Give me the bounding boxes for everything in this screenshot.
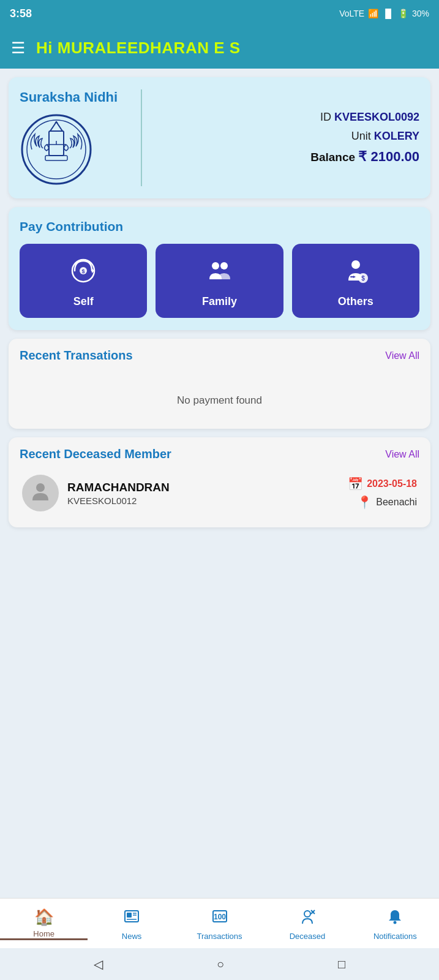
pay-self-button[interactable]: $ Self — [20, 244, 147, 318]
battery-icon: 🔋 — [398, 9, 408, 18]
status-bar: 3:58 VoLTE 📶 ▐▌ 🔋 30% — [0, 0, 439, 27]
signal-icon: ▐▌ — [382, 9, 394, 18]
svg-point-12 — [220, 262, 228, 270]
suraksha-logo — [20, 113, 93, 186]
main-content: Suraksha Nidhi — [0, 69, 439, 898]
deceased-avatar — [22, 475, 59, 511]
svg-point-25 — [304, 911, 310, 917]
status-time: 3:58 — [10, 7, 32, 20]
deceased-view-all[interactable]: View All — [385, 449, 419, 460]
nav-home-label: Home — [33, 929, 54, 938]
battery-percent: 30% — [412, 9, 429, 18]
self-label: Self — [73, 295, 94, 308]
menu-icon[interactable]: ☰ — [11, 39, 25, 58]
deceased-date-value: 2023-05-18 — [367, 478, 417, 489]
nav-transactions[interactable]: 100 Transactions — [176, 908, 263, 941]
suraksha-title: Suraksha Nidhi — [20, 89, 118, 105]
news-icon — [123, 908, 140, 929]
deceased-member-id: KVEESKOL0012 — [67, 496, 339, 506]
svg-point-17 — [36, 483, 45, 492]
deceased-location-value: Beenachi — [376, 497, 417, 508]
suraksha-right: ID KVEESKOL0092 Unit KOLERY Balance ₹ 21… — [142, 111, 419, 165]
nav-news[interactable]: News — [88, 908, 175, 941]
pay-others-button[interactable]: $ Others — [292, 244, 419, 318]
svg-text:$: $ — [361, 275, 365, 282]
svg-rect-6 — [45, 156, 67, 160]
suraksha-left: Suraksha Nidhi — [20, 89, 142, 186]
recent-transactions-card: Recent Transations View All No payment f… — [9, 339, 430, 429]
family-icon — [206, 257, 233, 288]
transactions-icon: 100 — [211, 908, 228, 929]
person-icon — [29, 480, 51, 507]
bottom-nav: 🏠 Home News 100 Transactions — [0, 898, 439, 948]
wifi-icon: 📶 — [368, 9, 378, 18]
nav-notifications[interactable]: Notifications — [351, 908, 439, 941]
deceased-member-row: RAMACHANDRAN KVEESKOL0012 📅 2023-05-18 📍… — [20, 469, 419, 518]
deceased-date: 📅 2023-05-18 — [348, 477, 417, 491]
transactions-header: Recent Transations View All — [20, 349, 419, 363]
svg-marker-3 — [50, 122, 62, 131]
others-label: Others — [338, 295, 373, 308]
pay-contribution-card: Pay Contribution $ Self — [9, 207, 430, 330]
nav-news-label: News — [122, 932, 142, 941]
android-nav-bar: ◁ ○ □ — [0, 948, 439, 980]
deceased-location: 📍 Beenachi — [357, 495, 417, 510]
no-transactions-message: No payment found — [20, 370, 419, 419]
svg-point-11 — [212, 262, 219, 270]
pay-contribution-title: Pay Contribution — [20, 219, 419, 234]
others-icon: $ — [342, 257, 369, 288]
pay-family-button[interactable]: Family — [156, 244, 283, 318]
nav-deceased-label: Deceased — [290, 932, 326, 941]
transactions-title: Recent Transations — [20, 349, 133, 363]
svg-text:100: 100 — [214, 913, 226, 921]
deceased-info: RAMACHANDRAN KVEESKOL0012 — [67, 481, 339, 506]
suraksha-card: Suraksha Nidhi — [9, 77, 430, 198]
transactions-view-all[interactable]: View All — [385, 350, 419, 361]
svg-point-13 — [351, 260, 360, 269]
android-home-button[interactable]: ○ — [217, 957, 224, 971]
family-label: Family — [202, 295, 237, 308]
svg-point-1 — [27, 120, 86, 179]
nav-home[interactable]: 🏠 Home — [0, 908, 88, 940]
unit-row: Unit KOLERY — [156, 130, 419, 143]
svg-rect-19 — [127, 913, 132, 918]
member-id-value: KVEESKOL0092 — [334, 111, 419, 123]
deceased-icon — [299, 908, 316, 929]
nav-notifications-label: Notifications — [373, 932, 417, 941]
recent-deceased-card: Recent Deceased Member View All RAMACHAN… — [9, 437, 430, 527]
unit-value: KOLERY — [374, 130, 419, 142]
deceased-name: RAMACHANDRAN — [67, 481, 339, 494]
status-icons: VoLTE 📶 ▐▌ 🔋 30% — [339, 9, 429, 18]
calendar-icon: 📅 — [348, 477, 363, 491]
nav-deceased[interactable]: Deceased — [263, 908, 351, 941]
home-icon: 🏠 — [34, 908, 54, 927]
deceased-title: Recent Deceased Member — [20, 447, 171, 461]
location-icon: 📍 — [357, 495, 372, 510]
android-back-button[interactable]: ◁ — [94, 957, 103, 971]
app-header: ☰ Hi MURALEEDHARAN E S — [0, 27, 439, 69]
notification-icon — [386, 908, 403, 929]
svg-text:$: $ — [82, 268, 85, 274]
nav-transactions-label: Transactions — [197, 932, 242, 941]
android-recents-button[interactable]: □ — [338, 957, 345, 971]
svg-point-0 — [22, 115, 91, 184]
svg-point-28 — [394, 921, 397, 924]
deceased-header: Recent Deceased Member View All — [20, 447, 419, 461]
header-greeting: Hi MURALEEDHARAN E S — [36, 39, 241, 58]
deceased-meta: 📅 2023-05-18 📍 Beenachi — [348, 477, 417, 510]
balance-value: ₹ 2100.00 — [358, 149, 419, 164]
member-id-row: ID KVEESKOL0092 — [156, 111, 419, 124]
network-icon: VoLTE — [339, 9, 364, 18]
balance-row: Balance ₹ 2100.00 — [156, 149, 419, 165]
self-icon: $ — [70, 257, 97, 288]
pay-buttons-container: $ Self — [20, 244, 419, 318]
